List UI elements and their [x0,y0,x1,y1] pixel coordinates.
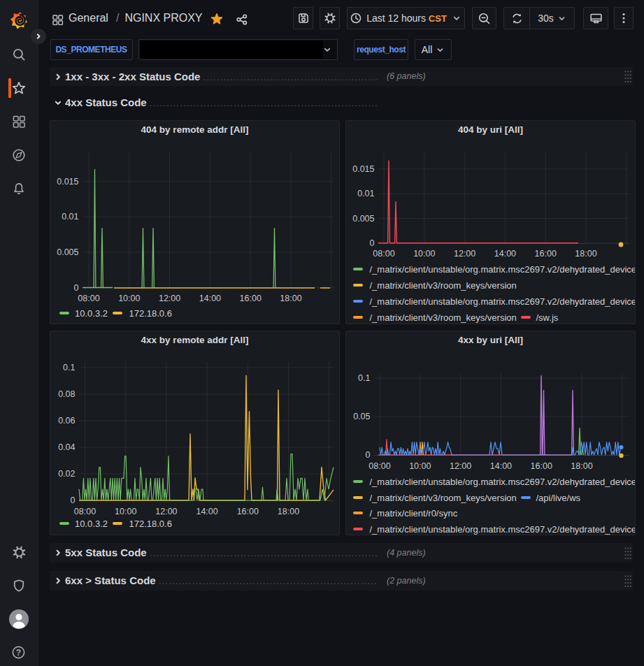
svg-text:?: ? [16,648,21,658]
